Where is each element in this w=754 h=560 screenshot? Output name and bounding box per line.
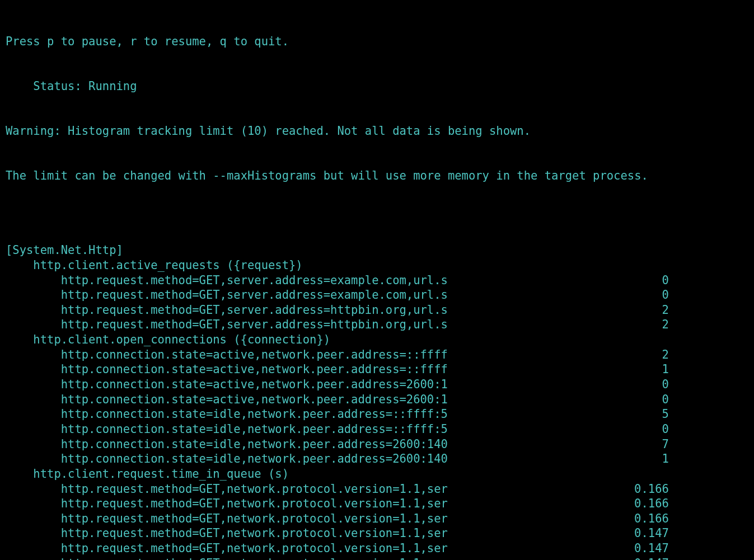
metric-row-value: 0.147 — [613, 541, 669, 556]
terminal-output: Press p to pause, r to resume, q to quit… — [0, 0, 754, 560]
metric-row: http.request.method=GET,network.protocol… — [6, 511, 748, 526]
metric-row: http.request.method=GET,server.address=h… — [6, 303, 748, 318]
metrics-sections: [System.Net.Http]http.client.active_requ… — [6, 243, 748, 560]
metric-row-label: http.request.method=GET,network.protocol… — [6, 556, 613, 560]
metric-row-value: 0.147 — [613, 556, 669, 560]
metric-row-value: 0 — [613, 392, 669, 407]
section-title: [System.Net.Http] — [6, 243, 748, 258]
metric-row-value: 0 — [613, 288, 669, 303]
metric-row-value: 5 — [613, 407, 669, 422]
metric-row-label: http.connection.state=active,network.pee… — [6, 347, 613, 363]
status-value: Running — [88, 79, 137, 93]
metric-row-label: http.connection.state=active,network.pee… — [6, 362, 613, 377]
metric-row-label: http.request.method=GET,network.protocol… — [6, 541, 613, 556]
metric-row-value: 0.166 — [613, 496, 669, 511]
metric-row: http.connection.state=idle,network.peer.… — [6, 451, 748, 467]
metric-row: http.request.method=GET,server.address=e… — [6, 288, 748, 303]
metric-row-label: http.connection.state=active,network.pee… — [6, 392, 613, 407]
metric-row-label: http.request.method=GET,server.address=e… — [6, 273, 613, 288]
metric-row-label: http.connection.state=idle,network.peer.… — [6, 422, 613, 437]
metric-row: http.connection.state=active,network.pee… — [6, 377, 748, 392]
metric-row: http.connection.state=idle,network.peer.… — [6, 422, 748, 437]
metric-row: http.connection.state=idle,network.peer.… — [6, 437, 748, 452]
metric-row-label: http.connection.state=idle,network.peer.… — [6, 407, 613, 422]
metric-row-value: 0.166 — [613, 482, 669, 497]
metric-row-value: 1 — [613, 451, 669, 467]
metric-row-value: 0 — [613, 422, 669, 437]
metric-row: http.connection.state=idle,network.peer.… — [6, 407, 748, 422]
metric-row: http.request.method=GET,network.protocol… — [6, 482, 748, 497]
metric-row-label: http.request.method=GET,server.address=h… — [6, 317, 613, 332]
metric-row-label: http.request.method=GET,server.address=e… — [6, 288, 613, 303]
metric-row-value: 0 — [613, 273, 669, 288]
metric-row-label: http.request.method=GET,network.protocol… — [6, 482, 613, 497]
metric-row-value: 2 — [613, 347, 669, 363]
metric-name: http.client.active_requests ({request}) — [6, 258, 748, 273]
metric-row-value: 1 — [613, 362, 669, 377]
metric-row: http.request.method=GET,network.protocol… — [6, 496, 748, 511]
metric-row: http.connection.state=active,network.pee… — [6, 347, 748, 363]
metric-row-value: 7 — [613, 437, 669, 452]
warning-line-2: The limit can be changed with --maxHisto… — [6, 168, 748, 183]
help-line: Press p to pause, r to resume, q to quit… — [6, 34, 748, 49]
metric-row: http.connection.state=active,network.pee… — [6, 362, 748, 377]
metric-row-label: http.connection.state=active,network.pee… — [6, 377, 613, 392]
metric-name: http.client.open_connections ({connectio… — [6, 332, 748, 347]
metric-row: http.request.method=GET,network.protocol… — [6, 556, 748, 560]
metric-row-value: 0.166 — [613, 511, 669, 526]
metric-row-value: 2 — [613, 317, 669, 332]
metric-row-label: http.request.method=GET,server.address=h… — [6, 303, 613, 318]
metric-row-label: http.connection.state=idle,network.peer.… — [6, 451, 613, 467]
metric-row-label: http.request.method=GET,network.protocol… — [6, 526, 613, 541]
metric-row: http.connection.state=active,network.pee… — [6, 392, 748, 407]
metric-row-value: 0.147 — [613, 526, 669, 541]
metric-name: http.client.request.time_in_queue (s) — [6, 467, 748, 482]
warning-line-1: Warning: Histogram tracking limit (10) r… — [6, 124, 748, 139]
status-line: Status: Running — [6, 79, 748, 94]
metric-row-label: http.request.method=GET,network.protocol… — [6, 496, 613, 511]
metric-row-value: 0 — [613, 377, 669, 392]
metric-row-label: http.request.method=GET,network.protocol… — [6, 511, 613, 526]
metric-row: http.request.method=GET,network.protocol… — [6, 541, 748, 556]
status-prefix: Status: — [6, 79, 88, 93]
metric-row: http.request.method=GET,server.address=e… — [6, 273, 748, 288]
metric-row-value: 2 — [613, 303, 669, 318]
metric-row-label: http.connection.state=idle,network.peer.… — [6, 437, 613, 452]
metric-row: http.request.method=GET,server.address=h… — [6, 317, 748, 332]
metric-row: http.request.method=GET,network.protocol… — [6, 526, 748, 541]
